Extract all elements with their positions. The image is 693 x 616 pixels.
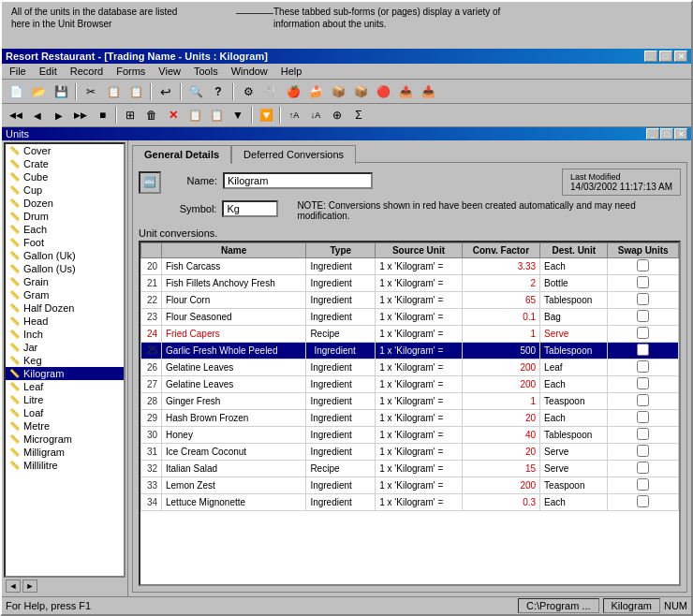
tb-icon3[interactable]: 🍎 [283,82,303,101]
unit-list-item[interactable]: 📏Cup [6,183,124,197]
unit-list-item[interactable]: 📏Cover [6,144,124,157]
row-swap[interactable] [608,461,679,477]
tb-icon9[interactable]: 📥 [418,82,438,101]
menu-window[interactable]: Window [226,65,273,78]
tb-icon8[interactable]: 📤 [395,82,416,101]
nav-last[interactable]: ▶▶ [70,106,91,125]
row-swap[interactable] [608,393,679,410]
close-button[interactable]: ✕ [674,51,687,62]
search-button[interactable]: 🔍 [185,82,206,101]
menu-record[interactable]: Record [65,65,109,78]
tb-icon1[interactable]: ⚙ [238,82,258,101]
table-row[interactable]: 27 Gelatine Leaves Ingredient 1 x 'Kilog… [141,376,679,393]
nav-stop[interactable]: ⏹ [92,106,112,125]
unit-list-item[interactable]: 📏Litre [6,393,124,406]
inner-maximize[interactable]: □ [660,128,673,139]
new-button[interactable]: 📄 [6,82,26,101]
undo-button[interactable]: ↩ [155,82,176,101]
menu-help[interactable]: Help [275,65,308,78]
row-swap[interactable] [608,275,679,292]
row-swap[interactable] [608,258,679,275]
unit-list-item[interactable]: 📏Each [6,223,124,236]
col-type[interactable]: Type [306,243,376,258]
nav-first[interactable]: ◀◀ [6,106,26,125]
unit-list-item[interactable]: 📏Gram [6,288,124,301]
unit-list-item[interactable]: 📏Kilogram [6,367,124,380]
unit-list-item[interactable]: 📏Leaf [6,380,124,393]
tb-icon2[interactable]: 🍴 [260,82,281,101]
tb-icon6[interactable]: 📦 [350,82,371,101]
table-row[interactable]: 20 Fish Carcass Ingredient 1 x 'Kilogram… [141,258,679,275]
tb-filter[interactable]: ▼ [228,106,248,125]
unit-list-item[interactable]: 📏Gallon (Uk) [6,249,124,262]
tb-group[interactable]: ⊕ [327,106,347,125]
table-row[interactable]: 34 Lettuce Mignonette Ingredient 1 x 'Ki… [141,494,679,511]
nav-next[interactable]: ▶ [49,106,69,125]
open-button[interactable]: 📂 [28,82,49,101]
help-button[interactable]: ? [208,82,229,101]
maximize-button[interactable]: □ [659,51,672,62]
tb-delete[interactable]: 🗑 [141,106,162,125]
unit-list-item[interactable]: 📏Head [6,315,124,328]
table-row[interactable]: 33 Lemon Zest Ingredient 1 x 'Kilogram' … [141,477,679,494]
col-source[interactable]: Source Unit [376,243,463,258]
table-row[interactable]: 26 Gelatine Leaves Ingredient 1 x 'Kilog… [141,359,679,376]
table-row[interactable]: 24 Fried Capers Recipe 1 x 'Kilogram' = … [141,326,679,343]
unit-list-item[interactable]: 📏Gallon (Us) [6,262,124,275]
tb-paste2[interactable]: 📋 [206,106,227,125]
table-row[interactable]: 32 Italian Salad Recipe 1 x 'Kilogram' =… [141,461,679,477]
col-dest[interactable]: Dest. Unit [540,243,608,258]
tab-general-details[interactable]: General Details [132,145,231,164]
inner-close[interactable]: ✕ [674,128,687,139]
unit-list-item[interactable]: 📏Inch [6,328,124,341]
tb-grid[interactable]: ⊞ [120,106,140,125]
nav-prev[interactable]: ◀ [27,106,48,125]
unit-list-item[interactable]: 📏Milligram [6,446,124,459]
table-row[interactable]: 31 Ice Cream Coconut Ingredient 1 x 'Kil… [141,444,679,461]
cut-button[interactable]: ✂ [81,82,101,101]
unit-list-item[interactable]: 📏Cube [6,170,124,183]
conversions-table-wrapper[interactable]: Name Type Source Unit Conv. Factor Dest.… [139,241,681,586]
row-swap[interactable] [608,292,679,309]
col-name[interactable]: Name [162,243,306,258]
unit-list-item[interactable]: 📏Jar [6,341,124,354]
tb-icon7[interactable]: 🔴 [373,82,393,101]
table-row[interactable]: 29 Hash Brown Frozen Ingredient 1 x 'Kil… [141,410,679,427]
menu-forms[interactable]: Forms [111,65,151,78]
tb-sort-desc[interactable]: ↓A [305,106,326,125]
symbol-input[interactable] [222,200,278,217]
title-bar-buttons[interactable]: _ □ ✕ [644,51,687,62]
inner-window-controls[interactable]: _ □ ✕ [646,128,687,139]
row-swap[interactable] [608,309,679,326]
tb-copy2[interactable]: 📋 [184,106,205,125]
unit-list-item[interactable]: 📏Keg [6,354,124,367]
minimize-button[interactable]: _ [644,51,657,62]
unit-list-item[interactable]: 📏Crate [6,157,124,170]
taskbar-program[interactable]: C:\Program ... [518,598,598,613]
table-row[interactable]: 25 Garlic Fresh Whole Peeled Ingredient … [141,343,679,359]
row-swap[interactable] [608,444,679,461]
unit-list-item[interactable]: 📏Metre [6,419,124,433]
unit-list-item[interactable]: 📏Microgram [6,433,124,446]
row-swap[interactable] [608,477,679,494]
inner-minimize[interactable]: _ [646,128,659,139]
tb-icon4[interactable]: 🍰 [305,82,326,101]
paste-button[interactable]: 📋 [125,82,146,101]
name-input[interactable] [223,172,373,189]
row-swap[interactable] [608,494,679,511]
row-swap[interactable] [608,343,679,359]
table-row[interactable]: 22 Flour Corn Ingredient 1 x 'Kilogram' … [141,292,679,309]
scroll-left[interactable]: ◄ [6,579,21,593]
unit-list-item[interactable]: 📏Drum [6,210,124,223]
table-row[interactable]: 21 Fish Fillets Anchovy Fresh Ingredient… [141,275,679,292]
unit-list-item[interactable]: 📏Millilitre [6,459,124,472]
menu-view[interactable]: View [153,65,186,78]
tab-deferred-conversions[interactable]: Deferred Conversions [231,145,356,164]
menu-file[interactable]: File [4,65,32,78]
copy-button[interactable]: 📋 [103,82,124,101]
menu-tools[interactable]: Tools [188,65,224,78]
row-swap[interactable] [608,359,679,376]
unit-list[interactable]: 📏Cover📏Crate📏Cube📏Cup📏Dozen📏Drum📏Each📏Fo… [4,142,125,578]
tb-filter2[interactable]: 🔽 [256,106,276,125]
tb-sort-asc[interactable]: ↑A [284,106,304,125]
